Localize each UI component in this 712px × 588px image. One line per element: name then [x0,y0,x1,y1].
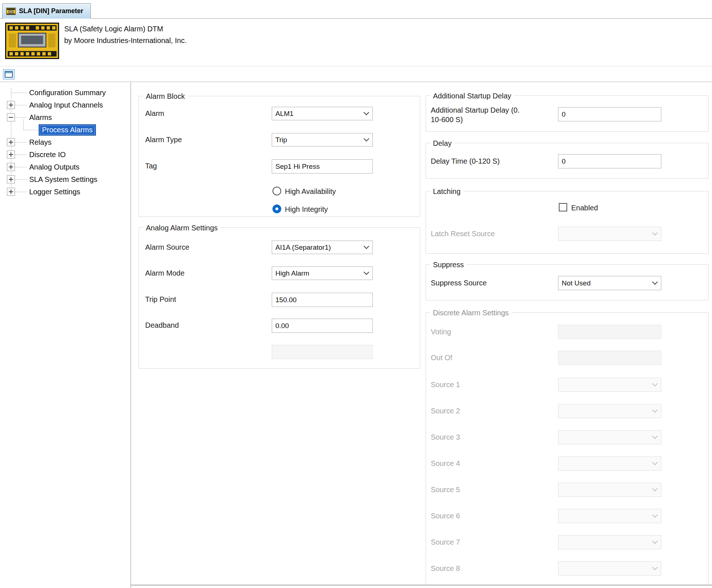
tree-item-analog-outputs[interactable]: Analog Outputs [0,161,131,173]
chevron-down-icon [364,269,369,275]
alarm-type-select-value: Trip [275,136,287,144]
alarm-select-value: ALM1 [275,110,294,118]
chevron-down-icon [364,243,369,249]
chevron-down-icon [652,538,658,544]
chevron-down-icon [364,109,369,115]
tree-item-label: Analog Input Channels [29,101,103,109]
source-2-select [558,404,661,418]
suppress-source-label: Suppress Source [431,279,487,287]
chevron-down-icon [652,381,658,386]
dtm-title: SLA (Safety Logic Alarm) DTM [64,25,163,33]
deadband-label: Deadband [145,321,179,330]
deadband-input[interactable] [272,319,373,333]
tree-expander-minus-icon[interactable] [7,113,15,121]
alarm-mode-label: Alarm Mode [145,269,185,277]
alarm-type-select[interactable]: Trip [272,133,373,147]
tree-expander-plus-icon[interactable] [7,101,15,109]
source-4-label: Source 4 [431,459,460,468]
chevron-down-icon [652,459,658,465]
tab-bar-divider [0,18,712,19]
tree-item-label-selected: Process Alarms [39,124,96,136]
delay-time-input[interactable] [558,154,661,168]
dtm-vendor: by Moore Industries-International, Inc. [64,36,187,45]
discrete-alarm-settings-title: Discrete Alarm Settings [430,308,511,318]
suppress-title: Suppress [430,260,467,269]
alarm-select[interactable]: ALM1 [272,107,373,120]
tab-sla-din-parameter[interactable]: SLA [DIN] Parameter [2,3,91,19]
analog-alarm-extra-field [272,345,373,359]
high-availability-radio[interactable] [272,187,281,195]
additional-startup-delay-input[interactable] [558,107,661,121]
tree-item-discrete-io[interactable]: Discrete IO [0,149,131,160]
tree-item-process-alarms[interactable]: Process Alarms [0,124,131,136]
layout-toolbar-button[interactable] [3,69,15,79]
source-1-select [558,378,661,392]
latching-enabled-checkbox[interactable] [559,203,567,211]
alarm-label: Alarm [145,109,164,118]
tree-expander-plus-icon[interactable] [7,163,15,171]
tag-label: Tag [145,162,157,170]
source-5-label: Source 5 [431,486,460,494]
analog-alarm-settings-title: Analog Alarm Settings [143,223,220,233]
delay-time-label: Delay Time (0-120 S) [431,157,500,166]
alarm-source-select[interactable]: AI1A (Separator1) [272,241,373,254]
tree-item-label: Logger Settings [29,188,80,196]
tree-item-label: Discrete IO [29,151,66,159]
chevron-down-icon [652,279,658,285]
device-image [5,23,59,59]
chevron-down-icon [652,512,658,518]
chevron-down-icon [652,486,658,491]
tree-item-label: Configuration Summary [29,89,106,97]
tree-expander-plus-icon[interactable] [7,138,15,146]
tree-item-configuration-summary[interactable]: Configuration Summary [0,87,131,98]
tree-item-label: Relays [29,138,51,147]
source-3-label: Source 3 [431,433,460,441]
alarm-source-label: Alarm Source [145,243,189,252]
voting-label: Voting [431,328,451,336]
suppress-source-select-value: Not Used [562,279,591,287]
tree-expander-plus-icon[interactable] [7,175,15,183]
alarm-block-title: Alarm Block [143,91,187,101]
suppress-source-select[interactable]: Not Used [558,276,661,290]
source-7-select [558,535,661,549]
tree-expander-plus-icon[interactable] [7,151,15,159]
tab-title: SLA [DIN] Parameter [19,7,83,15]
tree-item-label: Alarms [29,113,52,122]
tree-item-logger-settings[interactable]: Logger Settings [0,186,131,198]
tree-item-sla-system-settings[interactable]: SLA System Settings [0,174,131,185]
window-layout-icon [5,71,13,78]
additional-startup-delay-label-line2: 10-600 S) [431,116,463,124]
source-7-label: Source 7 [431,538,460,546]
chevron-down-icon [652,433,658,439]
chevron-down-icon [364,136,369,141]
latch-reset-source-select [558,227,661,241]
additional-startup-delay-label: Additional Startup Delay (0. [431,106,519,114]
source-8-select [558,561,661,576]
additional-startup-delay-title: Additional Startup Delay [430,91,514,101]
source-8-label: Source 8 [431,564,460,573]
out-of-input [558,351,661,365]
high-integrity-label: High Integrity [285,205,328,214]
tree-expander-plus-icon[interactable] [7,188,15,196]
alarm-type-label: Alarm Type [145,136,182,144]
alarm-source-select-value: AI1A (Separator1) [275,244,331,252]
latching-title: Latching [430,187,463,196]
device-icon [6,8,16,15]
source-6-select [558,509,661,523]
source-6-label: Source 6 [431,512,460,520]
source-2-label: Source 2 [431,407,460,415]
tree-item-label: SLA System Settings [29,175,97,184]
chevron-down-icon [652,230,658,235]
tree-item-analog-input-channels[interactable]: Analog Input Channels [0,99,131,111]
source-3-select [558,430,661,444]
latch-reset-source-label: Latch Reset Source [431,230,495,238]
high-integrity-radio[interactable] [272,205,281,213]
source-5-select [558,483,661,497]
trip-point-input[interactable] [272,293,373,307]
tag-input[interactable] [272,159,373,174]
alarm-mode-select[interactable]: High Alarm [272,266,373,280]
tree-item-relays[interactable]: Relays [0,136,131,148]
tree-item-alarms[interactable]: Alarms [0,112,131,123]
chevron-down-icon [652,407,658,413]
sla-parameter-window: SLA [DIN] Parameter SLA (Safety Logic Al… [0,0,712,588]
